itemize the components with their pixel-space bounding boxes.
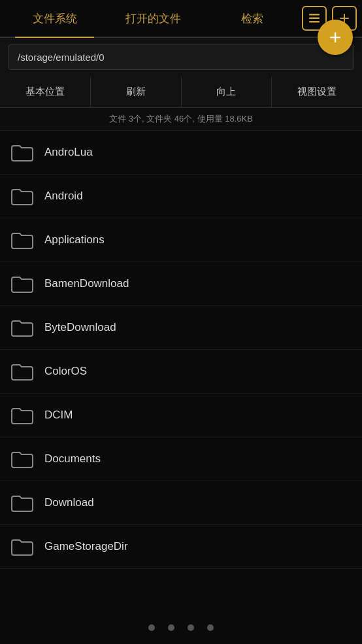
view-settings-button[interactable]: 视图设置 [272,76,362,107]
file-name: Download [44,496,94,509]
folder-icon [10,405,34,425]
status-bar: 文件 3个, 文件夹 46个, 使用量 18.6KB [0,108,362,131]
svg-rect-4 [340,18,349,19]
file-name: ColorOS [44,365,87,378]
folder-icon [10,230,34,250]
tab-filesystem[interactable]: 文件系统 [5,1,104,37]
page-dot-1[interactable] [168,624,174,631]
list-item[interactable]: Android [0,175,362,218]
action-bar: 基本位置 刷新 向上 视图设置 [0,76,362,108]
folder-icon [10,449,34,469]
list-item[interactable]: GameStorageDir [0,525,362,569]
page-dot-3[interactable] [207,624,214,631]
folder-icon [10,186,34,206]
path-bar[interactable]: /storage/emulated/0 [8,44,354,70]
tab-search[interactable]: 检索 [203,1,302,37]
list-item[interactable]: Download [0,481,362,525]
folder-icon [10,493,34,513]
file-name: AndroLua [44,146,93,159]
folder-icon [10,274,34,294]
folder-icon [10,362,34,381]
folder-icon [10,318,34,337]
svg-rect-2 [309,21,320,23]
up-button[interactable]: 向上 [182,76,272,107]
bottom-dots [0,611,362,644]
page-dot-0[interactable] [148,624,155,631]
svg-rect-1 [309,18,320,20]
list-item[interactable]: ByteDownload [0,306,362,350]
folder-icon [10,537,34,556]
file-name: DCIM [44,409,73,422]
file-name: Applications [44,233,105,246]
list-item[interactable]: Documents [0,437,362,481]
svg-rect-0 [309,14,320,16]
list-item[interactable]: DCIM [0,394,362,437]
list-item[interactable]: Applications [0,218,362,262]
refresh-button[interactable]: 刷新 [91,76,182,107]
file-name: ByteDownload [44,321,116,334]
page-dot-2[interactable] [188,624,194,631]
list-item[interactable]: AndroLua [0,131,362,175]
file-name: GameStorageDir [44,540,128,553]
tab-open-files[interactable]: 打开的文件 [104,1,203,37]
list-item[interactable]: BamenDownload [0,262,362,306]
file-name: Android [44,190,83,203]
basic-location-button[interactable]: 基本位置 [0,76,91,107]
list-item[interactable]: ColorOS [0,350,362,394]
path-bar-container: /storage/emulated/0 + [0,38,362,76]
tab-bar: 文件系统 打开的文件 检索 [0,0,362,38]
folder-icon [10,143,34,162]
fab-button[interactable]: + [318,20,353,55]
file-name: BamenDownload [44,277,129,290]
file-name: Documents [44,452,101,466]
file-list: AndroLua Android Applications BamenDownl… [0,131,362,603]
